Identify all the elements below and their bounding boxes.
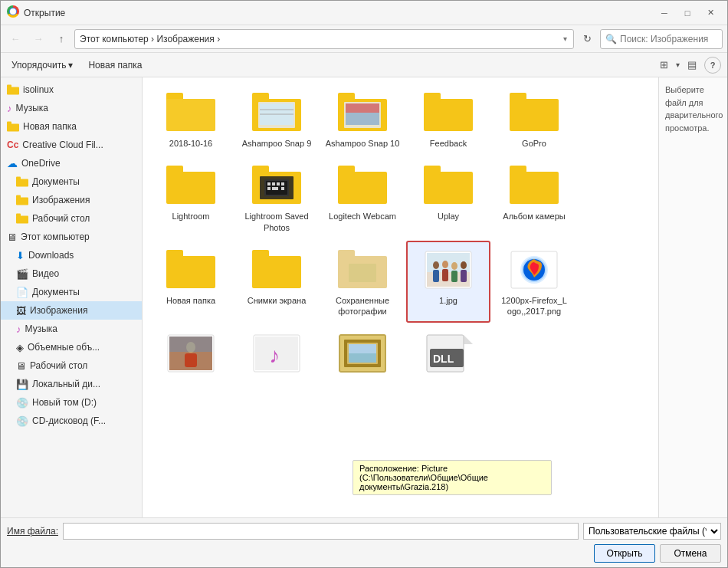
sidebar-label: Музыка [25,323,57,334]
organize-button[interactable]: Упорядочить ▾ [7,56,77,74]
sidebar-item-desk-od[interactable]: Рабочий стол [1,209,142,228]
file-item-screenshots[interactable]: Снимки экрана [234,241,319,323]
file-item-album[interactable]: Альбом камеры [492,156,576,239]
svg-rect-47 [510,172,559,204]
address-dropdown-icon[interactable]: ▾ [562,34,569,43]
svg-rect-48 [510,166,526,175]
svg-rect-6 [16,198,28,205]
file-item-photo[interactable] [149,324,233,385]
maximize-button[interactable]: □ [677,2,698,24]
file-item-1jpg[interactable]: 1.jpg [406,241,490,323]
sidebar-label: Локальный ди... [32,379,100,389]
sidebar-item-isolinux[interactable]: isolinux [1,80,142,99]
sidebar-item-localdisk[interactable]: 💾 Локальный ди... [1,375,142,393]
folder-icon [16,176,28,188]
file-item-firefox-png[interactable]: 1200px-Firefox_L ogo,,2017.png [492,241,576,323]
sidebar-label: Видео [32,268,59,279]
back-button[interactable]: ← [5,29,25,49]
preview-text: Выберите файл для дварительного просмотр… [665,85,723,133]
file-item-frame[interactable] [320,324,405,385]
sidebar-item-dokumenty-od[interactable]: Документы [1,172,142,191]
desktop-icon: 🖥 [16,360,26,372]
sidebar-item-creative-cloud[interactable]: Cc Creative Cloud Fil... [1,136,142,154]
file-item-feedback[interactable]: Feedback [406,84,490,155]
search-bar[interactable]: 🔍 [600,29,723,49]
music-file-icon: ♪ [250,330,303,376]
sidebar-item-onedrive[interactable]: ☁ OneDrive [1,154,142,172]
filename-label[interactable]: Имя файла: [7,526,58,537]
folder-icon [16,212,28,225]
file-label: Logitech Webcam [329,211,396,222]
sidebar-label: Объемные объ... [28,342,100,353]
file-label: Новая папка [166,295,215,306]
new-folder-button[interactable]: Новая папка [84,56,146,74]
sidebar-item-izobr-od[interactable]: Изображения [1,191,142,209]
up-button[interactable]: ↑ [51,29,71,49]
cancel-button[interactable]: Отмена [660,544,721,563]
file-item-saved-photos[interactable]: Сохраненные фотографии [320,241,405,323]
navigation-toolbar: ← → ↑ Этот компьютер › Изображения › ▾ ↻… [1,25,727,53]
sidebar: isolinux ♪ Музыка Новая папка Cc Creativ… [1,77,143,517]
folder-icon [7,120,19,133]
folder-icon [16,194,28,206]
refresh-button[interactable]: ↻ [577,29,597,49]
sidebar-item-novaya[interactable]: Новая папка [1,117,142,136]
filename-input[interactable] [63,523,579,540]
forward-button[interactable]: → [28,29,48,49]
view-dropdown-icon[interactable]: ▾ [676,61,680,69]
minimize-button[interactable]: ─ [654,2,675,24]
view-icons-button[interactable]: ⊞ [654,56,673,74]
file-item-logitech[interactable]: Logitech Webcam [320,156,405,239]
file-item-lightroom[interactable]: Lightroom [149,156,233,239]
sidebar-item-objects[interactable]: ◈ Объемные объ... [1,338,142,356]
button-row: Открыть Отмена [7,544,721,563]
svg-rect-0 [7,87,19,95]
file-item-ashampoo9[interactable]: Ashampoo Snap 9 [234,84,319,155]
file-label: Сохраненные фотографии [325,295,400,317]
filetype-select[interactable]: Пользовательские файлы (*.jp... [583,523,721,540]
sidebar-item-muzika[interactable]: ♪ Музыка [1,99,142,117]
file-item-2018-10-16[interactable]: 2018-10-16 [149,84,233,155]
address-bar[interactable]: Этот компьютер › Изображения › ▾ [74,29,574,49]
help-button[interactable]: ? [704,57,721,74]
file-label: Альбом камеры [503,211,565,222]
sidebar-label: Рабочий стол [30,360,87,371]
svg-rect-75 [185,353,197,367]
sidebar-item-newvol[interactable]: 💿 Новый том (D:) [1,393,142,412]
sidebar-item-images-pc[interactable]: 🖼 Изображения [1,301,142,320]
sidebar-label: Документы [32,287,80,297]
svg-rect-7 [16,195,21,199]
file-item-uplay[interactable]: Uplay [406,156,490,239]
file-item-ashampoo10[interactable]: Ashampoo Snap 10 [320,84,405,155]
file-area: 2018-10-16 Ashampoo Snap 9 [143,77,727,517]
svg-text:♪: ♪ [269,343,280,367]
computer-icon: 🖥 [7,231,17,243]
video-icon: 🎬 [16,268,28,280]
sidebar-item-computer[interactable]: 🖥 Этот компьютер [1,228,142,246]
file-label: Feedback [430,138,467,149]
sidebar-item-cd[interactable]: 💿 CD-дисковод (F... [1,412,142,430]
svg-rect-61 [433,270,439,282]
file-item-dll[interactable]: DLL [406,324,490,385]
file-item-lr-saved[interactable]: Lightroom Saved Photos [234,156,319,239]
sidebar-item-desktop-pc[interactable]: 🖥 Рабочий стол [1,356,142,375]
sidebar-item-docs-pc[interactable]: 📄 Документы [1,283,142,301]
sidebar-item-video[interactable]: 🎬 Видео [1,264,142,283]
localdisk-icon: 💾 [16,379,28,390]
window-controls: ─ □ ✕ [654,2,721,24]
svg-rect-39 [277,182,280,186]
search-input[interactable] [620,34,728,44]
svg-point-62 [442,261,448,268]
file-item-gopro[interactable]: GoPro [492,84,576,155]
close-button[interactable]: ✕ [700,2,721,24]
organize-label: Упорядочить [11,60,66,71]
folder-icon-large [421,163,475,208]
svg-rect-41 [281,187,284,190]
pane-button[interactable]: ▤ [683,56,701,74]
open-button[interactable]: Открыть [594,544,655,563]
docs-icon: 📄 [16,287,28,298]
file-item-new-folder[interactable]: Новая папка [149,241,233,323]
file-item-music[interactable]: ♪ [234,324,319,385]
sidebar-item-downloads[interactable]: ⬇ Downloads [1,246,142,264]
sidebar-item-music-pc[interactable]: ♪ Музыка [1,320,142,338]
